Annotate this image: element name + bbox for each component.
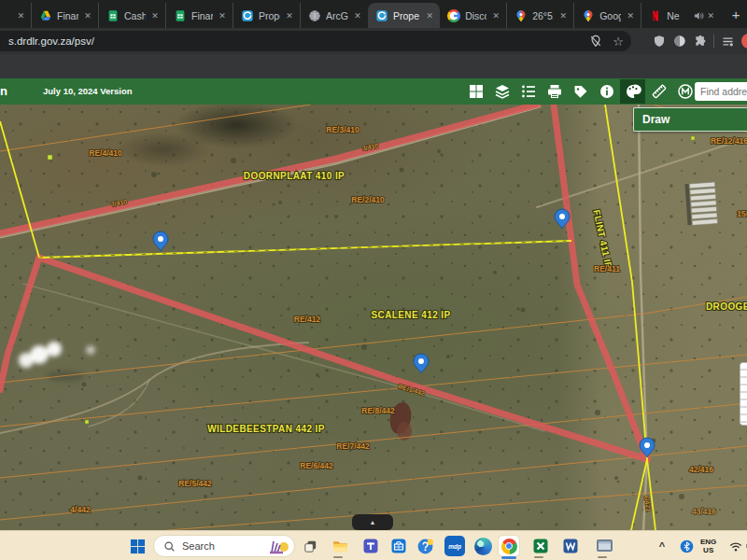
search-highlight-graphic	[268, 538, 290, 554]
address-bar[interactable]: s.drdlr.gov.za/psv/ ☆	[0, 31, 631, 51]
legend-list-icon	[520, 83, 537, 100]
draw-panel-header[interactable]: Draw	[633, 107, 747, 132]
extensions-puzzle-icon[interactable]	[690, 32, 711, 50]
search-placeholder: Search	[182, 540, 268, 552]
farm-label: DOORNPLAAT 410 IP	[244, 171, 345, 181]
tab-document[interactable]: : [CA ✕	[0, 3, 32, 28]
quick-assist-icon	[416, 538, 434, 555]
new-tab-button[interactable]: +	[725, 4, 747, 26]
url-text: s.drdlr.gov.za/psv/	[8, 35, 586, 47]
tab-netflix[interactable]: Ne ✕	[641, 3, 721, 28]
tab-discover[interactable]: Discov ✕	[440, 3, 507, 28]
globe-icon	[308, 9, 321, 22]
tab-close-button[interactable]: ✕	[489, 9, 502, 22]
file-explorer-icon	[331, 538, 349, 555]
location-blocked-icon[interactable]	[586, 32, 605, 50]
draw-palette-icon	[625, 83, 641, 100]
tab-cashflow[interactable]: Cashfl ✕	[99, 3, 166, 28]
draw-palette-button[interactable]	[620, 79, 645, 104]
task-view-icon	[303, 539, 318, 554]
google-drive-icon	[39, 9, 52, 22]
tab-financ-sheet[interactable]: Financ ✕	[166, 3, 233, 28]
tab-google-maps[interactable]: Googl ✕	[574, 3, 641, 28]
bookmarks-bar	[0, 54, 747, 78]
measure-ruler-icon	[651, 83, 668, 100]
parcel-label: RE/411	[594, 264, 620, 273]
tab-close-button[interactable]: ✕	[283, 9, 296, 22]
edge-icon	[474, 538, 492, 555]
bluetooth-icon[interactable]	[676, 536, 697, 556]
tab-close-button[interactable]: ✕	[351, 9, 364, 22]
app-title-fragment: n	[0, 84, 7, 98]
print-button[interactable]	[542, 79, 567, 104]
layers-button[interactable]	[489, 79, 514, 104]
volume-icon[interactable]	[741, 536, 747, 556]
google-sheets-icon	[174, 9, 187, 22]
tab-property-active[interactable]: Prope ✕	[368, 3, 440, 28]
google-maps-m-icon	[677, 83, 694, 100]
task-view-button[interactable]	[300, 536, 320, 556]
tab-drive-financ[interactable]: Financ ✕	[32, 3, 99, 28]
google-sheets-icon	[106, 9, 120, 22]
remote-window-icon	[596, 539, 613, 554]
quick-assist-button[interactable]	[415, 536, 435, 556]
taskbar-reveal-button[interactable]: ▲	[352, 514, 393, 530]
map-canvas[interactable]: RE/4/410 RE/3/410 3/410 DOORNPLAAT 410 I…	[0, 105, 747, 530]
psv-app-toolbar: n July 10, 2024 Version	[0, 78, 747, 105]
tab-strip: : [CA ✕ Financ ✕ Cashfl ✕ Financ ✕ Prope…	[0, 0, 747, 28]
legend-list-button[interactable]	[515, 79, 541, 104]
bookmark-star-icon[interactable]: ☆	[609, 32, 627, 50]
tab-close-button[interactable]: ✕	[15, 9, 27, 22]
chrome-button[interactable]	[499, 536, 519, 556]
browser-toolbar: s.drdlr.gov.za/psv/ ☆	[0, 28, 747, 54]
google-maps-m-button[interactable]	[672, 79, 698, 104]
remote-window-button[interactable]	[594, 536, 614, 556]
parcel-label: RE/12/416	[711, 136, 747, 146]
draw-panel-title: Draw	[642, 113, 669, 126]
mdp-app-button[interactable]: mdp	[444, 536, 465, 556]
store-button[interactable]	[388, 536, 409, 556]
language-indicator[interactable]: ENG US	[700, 538, 716, 554]
tag-button[interactable]	[568, 79, 593, 104]
hidden-icons-chevron[interactable]: ^	[652, 536, 672, 556]
excel-button[interactable]	[530, 536, 551, 556]
tab-close-button[interactable]: ✕	[81, 9, 94, 22]
map-viewport[interactable]: RE/4/410 RE/3/410 3/410 DOORNPLAAT 410 I…	[0, 105, 747, 530]
basemap-grid-button[interactable]	[463, 79, 488, 104]
find-address-input[interactable]	[695, 82, 747, 101]
word-button[interactable]	[560, 536, 581, 556]
side-popup-sliver[interactable]	[740, 362, 747, 426]
netflix-icon	[649, 9, 662, 22]
running-indicator	[534, 556, 543, 559]
round-extension-icon[interactable]	[669, 32, 690, 50]
extensions-area	[649, 31, 747, 51]
info-button[interactable]	[594, 79, 619, 104]
reading-list-icon[interactable]	[717, 32, 738, 50]
teams-button[interactable]	[360, 536, 381, 556]
windows-start-icon	[130, 539, 146, 554]
tab-close-button[interactable]: ✕	[216, 9, 229, 22]
start-button[interactable]	[127, 536, 148, 556]
tab-close-button[interactable]: ✕	[148, 9, 162, 22]
file-explorer-button[interactable]	[330, 536, 350, 556]
measure-ruler-button[interactable]	[646, 79, 671, 104]
google-g-icon	[447, 9, 460, 22]
tab-close-button[interactable]: ✕	[423, 9, 436, 22]
mdp-app-label: mdp	[448, 543, 461, 550]
tab-arcgis[interactable]: ArcGIS ✕	[301, 3, 368, 28]
taskbar-search[interactable]: Search	[153, 535, 295, 557]
tab-coordinates[interactable]: 26°51' ✕	[507, 3, 574, 28]
shield-extension-icon[interactable]	[649, 32, 669, 50]
basemap-grid-icon	[468, 83, 485, 100]
tab-close-button[interactable]: ✕	[557, 9, 570, 22]
tab-audio-speaker-icon[interactable]	[693, 10, 704, 21]
tag-icon	[572, 83, 589, 100]
tab-property-1[interactable]: Prope ✕	[233, 3, 301, 28]
running-indicator	[333, 556, 343, 559]
tab-close-button[interactable]: ✕	[704, 9, 717, 22]
edge-button[interactable]	[472, 536, 493, 556]
tab-close-button[interactable]: ✕	[624, 9, 637, 22]
parcel-label: RE/2/410	[351, 195, 385, 204]
profile-avatar[interactable]	[738, 34, 747, 49]
language-line-2: US	[700, 546, 716, 554]
